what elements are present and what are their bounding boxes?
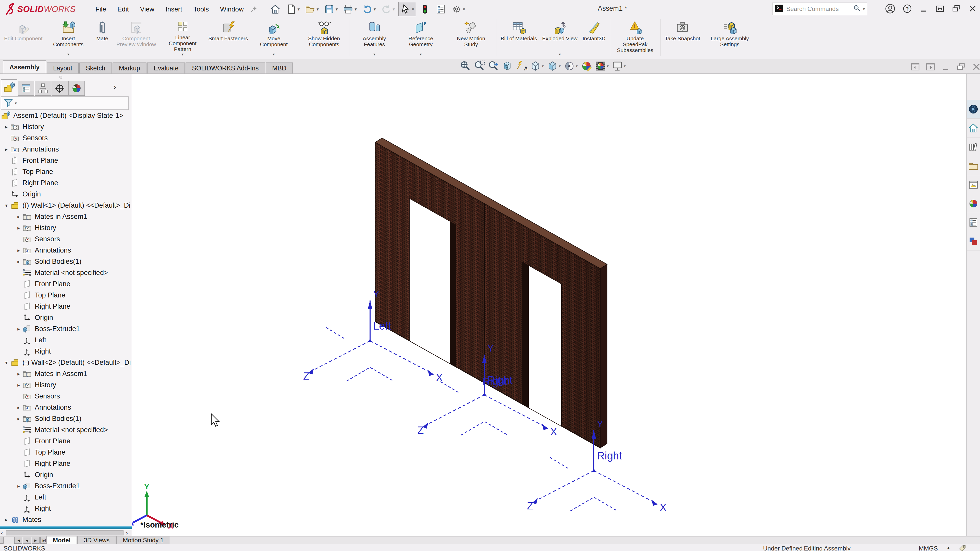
dynamic-annotation-views-button[interactable]: A bbox=[515, 60, 527, 72]
mate-button[interactable]: Mate bbox=[92, 18, 113, 57]
assembly-features-button[interactable]: Assembly Features▾ bbox=[351, 18, 398, 57]
tree-item-label[interactable]: Boss-Extrude1 bbox=[35, 482, 80, 490]
tree-row[interactable]: ▸Boss-Extrude1 bbox=[0, 323, 132, 334]
new-document-button[interactable]: ▾ bbox=[284, 2, 301, 16]
home-button[interactable] bbox=[269, 2, 282, 16]
tree-item-label[interactable]: History bbox=[35, 224, 56, 232]
tree-row[interactable]: ▸Solid Bodies(1) bbox=[0, 256, 132, 267]
tree-row[interactable]: ▸Boss-Extrude1 bbox=[0, 480, 132, 492]
file-explorer-button[interactable] bbox=[967, 156, 980, 175]
tree-row[interactable]: Front Plane bbox=[0, 278, 132, 289]
print-button[interactable]: ▾ bbox=[341, 2, 358, 16]
tree-row[interactable]: Right Plane bbox=[0, 458, 132, 469]
user-button[interactable] bbox=[885, 3, 896, 15]
dropdown-icon[interactable]: ▾ bbox=[182, 52, 184, 57]
tree-item-label[interactable]: Origin bbox=[35, 471, 53, 479]
tree-item-label[interactable]: Right Plane bbox=[22, 179, 58, 187]
sheet-tab-3d-views[interactable]: 3D Views bbox=[77, 537, 116, 545]
large-assembly-settings-button[interactable]: Large Assembly Settings bbox=[707, 18, 753, 57]
dropdown-icon[interactable]: ▾ bbox=[420, 52, 422, 57]
expander-icon[interactable]: ▸ bbox=[3, 517, 10, 523]
design-library-button[interactable] bbox=[967, 138, 980, 156]
expander-icon[interactable]: ▸ bbox=[3, 124, 10, 130]
edit-appearance-button[interactable] bbox=[581, 60, 592, 72]
tree-row[interactable]: Left bbox=[0, 334, 132, 346]
tree-item-label[interactable]: Boss-Extrude1 bbox=[35, 325, 80, 333]
graphics-viewport[interactable]: ZXYLeftZXYRightRightZXYRight YXZ *Isomet… bbox=[132, 74, 967, 536]
tree-row[interactable]: ▸Mates bbox=[0, 514, 132, 523]
expander-icon[interactable]: ▸ bbox=[15, 416, 22, 422]
tree-row[interactable]: Front Plane bbox=[0, 435, 132, 447]
minimize-button[interactable] bbox=[919, 4, 928, 14]
view-palette-button[interactable] bbox=[967, 175, 980, 194]
dropdown-icon[interactable]: ▾ bbox=[559, 64, 561, 68]
custom-properties-button[interactable] bbox=[967, 213, 980, 232]
dropdown-icon[interactable]: ▾ bbox=[624, 64, 626, 68]
menu-insert[interactable]: Insert bbox=[161, 3, 187, 15]
tree-item-label[interactable]: Annotations bbox=[22, 145, 59, 153]
tree-row[interactable]: Sensors bbox=[0, 132, 132, 144]
expander-icon[interactable]: ▸ bbox=[15, 225, 22, 231]
dropdown-icon[interactable]: ▾ bbox=[336, 6, 338, 12]
tree-item-label[interactable]: Mates in Assem1 bbox=[35, 370, 87, 378]
tree-row[interactable]: Origin bbox=[0, 189, 132, 200]
tree-row[interactable]: Assem1 (Default) <Display State-1> bbox=[0, 110, 132, 121]
tree-item-label[interactable]: Front Plane bbox=[35, 280, 70, 288]
apply-scene-button[interactable]: ▾ bbox=[595, 60, 609, 72]
sheet-nav-0[interactable]: |◀ bbox=[14, 537, 22, 544]
tree-item-label[interactable]: (f) Wall<1> (Default) <<Default>_Di bbox=[22, 202, 130, 210]
menu-file[interactable]: File bbox=[91, 3, 111, 15]
tree-item-label[interactable]: Sensors bbox=[22, 134, 48, 142]
brick-wall-model[interactable] bbox=[375, 138, 607, 448]
doc-minimize-button[interactable] bbox=[941, 62, 951, 73]
tree-item-label[interactable]: Sensors bbox=[35, 392, 60, 400]
tree-row[interactable]: ▸AAnnotations bbox=[0, 245, 132, 256]
menu-tools[interactable]: Tools bbox=[189, 3, 213, 15]
search-input[interactable] bbox=[786, 5, 851, 13]
tree-item-label[interactable]: Right bbox=[35, 505, 51, 513]
tab-scroll-stub[interactable] bbox=[0, 537, 3, 544]
tree-horizontal-scrollbar[interactable]: ‹ › bbox=[0, 530, 132, 536]
tree-row[interactable]: ▸Mates in Assem1 bbox=[0, 211, 132, 222]
undo-button[interactable]: ▾ bbox=[360, 2, 377, 16]
tree-row[interactable]: ▸AAnnotations bbox=[0, 402, 132, 413]
appearances-scenes-button[interactable] bbox=[967, 194, 980, 213]
tab-sketch[interactable]: Sketch bbox=[80, 62, 111, 73]
tree-item-label[interactable]: Assem1 (Default) <Display State-1> bbox=[13, 112, 123, 120]
tab-layout[interactable]: Layout bbox=[47, 62, 79, 73]
tab-markup[interactable]: Markup bbox=[113, 62, 146, 73]
filter-dropdown-icon[interactable]: ▾ bbox=[15, 101, 17, 106]
tree-item-label[interactable]: Right Plane bbox=[35, 303, 70, 310]
tab-solidworks-add-ins[interactable]: SOLIDWORKS Add-Ins bbox=[186, 62, 265, 73]
tree-row[interactable]: ▾(-) Wall<2> (Default) <<Default>_Di bbox=[0, 357, 132, 368]
expander-icon[interactable]: ▸ bbox=[15, 405, 22, 410]
zoom-to-fit-button[interactable] bbox=[460, 60, 471, 72]
dropdown-icon[interactable]: ▾ bbox=[374, 6, 376, 12]
view-settings-button[interactable]: ▾ bbox=[611, 60, 626, 72]
move-component-button[interactable]: Move Component▾ bbox=[251, 18, 297, 57]
bill-of-materials-button[interactable]: Bill of Materials bbox=[498, 18, 539, 57]
tree-item-label[interactable]: Annotations bbox=[35, 403, 71, 411]
exploded-view-button[interactable]: Exploded View▾ bbox=[539, 18, 580, 57]
expander-icon[interactable]: ▾ bbox=[3, 203, 10, 208]
expander-icon[interactable]: ▸ bbox=[15, 259, 22, 265]
section-view-button[interactable] bbox=[501, 60, 513, 72]
expander-icon[interactable]: ▸ bbox=[15, 382, 22, 388]
collapse-right-button[interactable] bbox=[925, 62, 935, 73]
tree-row[interactable]: Sensors bbox=[0, 391, 132, 402]
tree-item-label[interactable]: Annotations bbox=[35, 246, 71, 254]
tree-item-label[interactable]: Mates in Assem1 bbox=[35, 213, 87, 221]
save-button[interactable]: ▾ bbox=[322, 2, 339, 16]
tree-item-label[interactable]: History bbox=[22, 123, 44, 131]
tree-row[interactable]: Sensors bbox=[0, 233, 132, 245]
tree-item-label[interactable]: Origin bbox=[22, 190, 41, 198]
dropdown-icon[interactable]: ▾ bbox=[298, 6, 300, 12]
tree-filter-bar[interactable]: ▾ bbox=[1, 97, 129, 110]
tree-item-label[interactable]: (-) Wall<2> (Default) <<Default>_Di bbox=[22, 359, 130, 367]
tree-row[interactable]: ▾(f) Wall<1> (Default) <<Default>_Di bbox=[0, 200, 132, 211]
tree-row[interactable]: Top Plane bbox=[0, 447, 132, 458]
panel-tab-displaymanager[interactable] bbox=[68, 81, 85, 96]
rebuild-button[interactable] bbox=[418, 2, 432, 16]
dropdown-icon[interactable]: ▾ bbox=[393, 6, 395, 12]
sheet-tab-motion-study-1[interactable]: Motion Study 1 bbox=[116, 537, 170, 545]
